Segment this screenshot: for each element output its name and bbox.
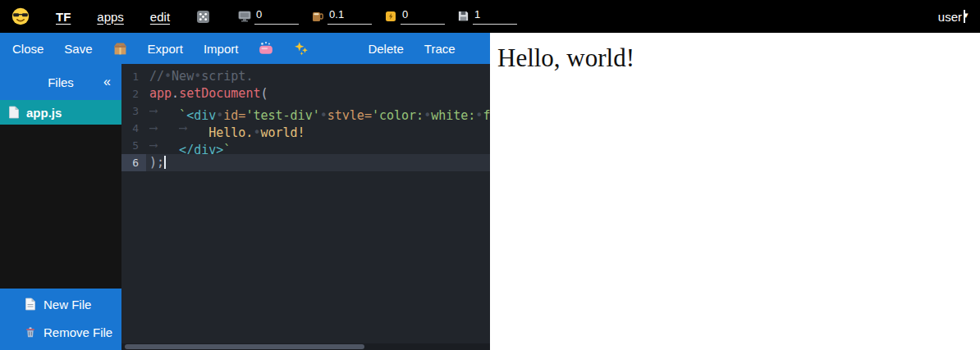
new-file-label: New File bbox=[44, 298, 91, 311]
package-button[interactable] bbox=[109, 37, 131, 61]
code-line[interactable]: 6); bbox=[121, 154, 490, 171]
close-button[interactable]: Close bbox=[8, 37, 48, 61]
sparkles-icon bbox=[294, 41, 309, 56]
code-line-content: app.setDocument( bbox=[146, 85, 268, 102]
soap-icon bbox=[259, 41, 273, 56]
caret-down-icon: ▾ bbox=[964, 10, 965, 23]
code-line-content: ⟶</div>` bbox=[146, 137, 231, 154]
line-number: 5 bbox=[121, 137, 146, 154]
stat-monitor: 0 bbox=[238, 8, 299, 24]
editor-column: Close Save Export Import bbox=[0, 33, 490, 350]
code-line-content: ⟶⟶Hello,•world! bbox=[146, 120, 305, 137]
monitor-icon bbox=[238, 10, 251, 23]
topbar: TF apps edit 0 bbox=[0, 0, 980, 33]
nav-link-tf[interactable]: TF bbox=[56, 10, 71, 24]
soap-button[interactable] bbox=[254, 36, 277, 61]
stat-floppy: 1 bbox=[457, 8, 517, 24]
horizontal-scrollbar[interactable] bbox=[121, 343, 490, 350]
remove-file-button[interactable]: Remove File bbox=[0, 318, 121, 346]
sunglasses-face-icon bbox=[11, 7, 30, 25]
import-button[interactable]: Import bbox=[199, 37, 243, 61]
trace-button[interactable]: Trace bbox=[420, 37, 460, 61]
nav-link-apps[interactable]: apps bbox=[97, 10, 124, 24]
code-line-content: ); bbox=[146, 154, 166, 171]
stat-value[interactable]: 0 bbox=[401, 8, 445, 24]
topbar-stats: 0 0.1 0 1 bbox=[238, 8, 517, 24]
user-menu-label: user bbox=[938, 10, 962, 24]
stat-value[interactable]: 0 bbox=[254, 8, 299, 24]
export-button[interactable]: Export bbox=[144, 37, 187, 61]
new-file-icon bbox=[25, 298, 36, 311]
stat-mug: 0.1 bbox=[311, 8, 372, 24]
file-item-appjs[interactable]: app.js bbox=[0, 100, 121, 125]
package-icon bbox=[113, 42, 127, 56]
editor-toolbar: Close Save Export Import bbox=[0, 33, 490, 64]
mug-icon bbox=[311, 10, 324, 23]
code-line[interactable]: 3⟶`<div•id='test-div'•style='color:•whit… bbox=[121, 102, 490, 120]
new-file-button[interactable]: New File bbox=[0, 290, 121, 318]
files-header-title: Files bbox=[48, 75, 74, 89]
topbar-left: TF apps edit bbox=[0, 7, 210, 25]
preview-pane: Hello, world! bbox=[490, 33, 980, 350]
files-header: Files « bbox=[0, 64, 121, 100]
line-number: 1 bbox=[121, 68, 146, 85]
text-cursor bbox=[164, 156, 166, 169]
stat-value[interactable]: 0.1 bbox=[327, 8, 372, 24]
sidebar-actions: New File Remove File bbox=[0, 289, 121, 350]
scrollbar-thumb[interactable] bbox=[125, 344, 364, 349]
delete-button[interactable]: Delete bbox=[364, 37, 407, 61]
blank-button[interactable] bbox=[325, 37, 351, 61]
stat-value[interactable]: 1 bbox=[473, 8, 517, 24]
main-area: Close Save Export Import bbox=[0, 33, 980, 350]
sunglasses-face-icon[interactable] bbox=[11, 7, 30, 25]
file-icon bbox=[8, 106, 20, 119]
line-number: 4 bbox=[121, 120, 146, 137]
code-editor[interactable]: 1//•New•script.2app.setDocument(3⟶`<div•… bbox=[121, 64, 490, 350]
line-number: 2 bbox=[121, 85, 146, 102]
battery-icon bbox=[384, 10, 397, 23]
files-sidebar: Files « app.js bbox=[0, 64, 121, 350]
code-lines: 1//•New•script.2app.setDocument(3⟶`<div•… bbox=[121, 64, 490, 171]
remove-file-icon bbox=[25, 326, 36, 339]
code-line[interactable]: 5⟶</div>` bbox=[121, 137, 490, 154]
line-number: 3 bbox=[121, 102, 146, 120]
workspace: Files « app.js bbox=[0, 64, 490, 350]
code-line-content: //•New•script. bbox=[146, 68, 253, 85]
nav-link-edit[interactable]: edit bbox=[150, 10, 170, 24]
code-line[interactable]: 1//•New•script. bbox=[121, 68, 490, 85]
floppy-icon bbox=[457, 10, 469, 22]
code-line[interactable]: 2app.setDocument( bbox=[121, 85, 490, 102]
stat-battery: 0 bbox=[384, 8, 445, 24]
collapse-sidebar-button[interactable]: « bbox=[103, 75, 111, 89]
dot-grid-icon[interactable] bbox=[196, 10, 210, 24]
file-item-label: app.js bbox=[26, 106, 62, 120]
sparkles-button[interactable] bbox=[290, 36, 313, 61]
code-line[interactable]: 4⟶⟶Hello,•world! bbox=[121, 120, 490, 137]
save-button[interactable]: Save bbox=[60, 37, 96, 61]
file-list bbox=[0, 125, 121, 289]
preview-text: Hello, world! bbox=[490, 33, 980, 73]
line-number: 6 bbox=[121, 154, 146, 171]
code-line-content: ⟶`<div•id='test-div'•style='color:•white… bbox=[146, 102, 490, 120]
remove-file-label: Remove File bbox=[44, 325, 112, 339]
user-menu[interactable]: user▾ bbox=[938, 10, 980, 24]
